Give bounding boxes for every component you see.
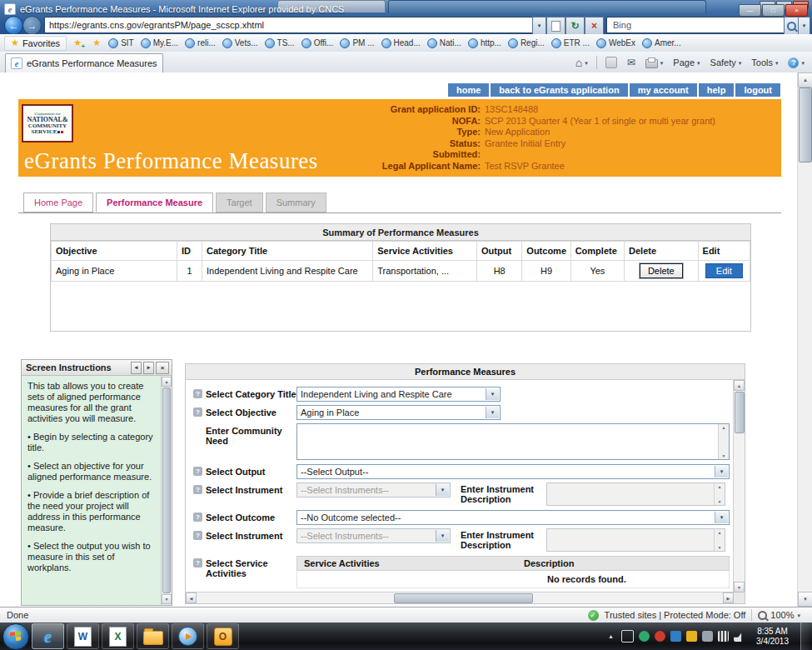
tray-icon[interactable] xyxy=(621,630,634,642)
help-question-icon[interactable]: ? xyxy=(193,389,202,398)
compatibility-view-button[interactable] xyxy=(546,17,565,35)
output-select[interactable]: --Select Output-- ▾ xyxy=(296,464,730,479)
instructions-close-button[interactable]: × xyxy=(156,362,169,374)
tools-menu-button[interactable]: Tools ▾ xyxy=(747,56,782,69)
favorite-link[interactable]: My.E... xyxy=(137,37,182,50)
scroll-up-icon[interactable]: ▲ xyxy=(798,72,812,88)
scrollbar-thumb[interactable] xyxy=(162,388,171,593)
help-button[interactable]: ? ▾ xyxy=(784,56,809,70)
refresh-button[interactable]: ↻ xyxy=(565,17,585,35)
help-question-icon[interactable]: ? xyxy=(193,558,202,568)
favorite-link[interactable]: WebEx xyxy=(593,37,639,50)
taskbar-word-button[interactable]: W xyxy=(67,623,99,649)
favorite-link[interactable]: ETR ... xyxy=(548,37,593,50)
favorite-link[interactable]: Nati... xyxy=(424,37,465,50)
browser-tab[interactable]: e eGrants Performance Measures xyxy=(5,53,163,72)
scroll-right-icon[interactable]: ▶ xyxy=(723,592,734,603)
scroll-up-icon[interactable]: ▲ xyxy=(722,425,726,430)
instructions-next-button[interactable]: ▸ xyxy=(143,362,154,374)
favorite-link[interactable]: Regi... xyxy=(505,37,548,50)
help-question-icon[interactable]: ? xyxy=(193,512,202,522)
tray-show-hidden-icon[interactable]: ▲ xyxy=(605,631,616,642)
help-question-icon[interactable]: ? xyxy=(193,485,202,494)
taskbar-explorer-button[interactable] xyxy=(137,623,169,649)
form-horizontal-scrollbar[interactable]: ◀ ▶ xyxy=(186,592,734,603)
favorite-link[interactable]: http... xyxy=(465,37,505,50)
minimize-button[interactable]: — xyxy=(739,4,761,17)
tray-volume-icon[interactable] xyxy=(734,631,745,642)
taskbar-clock[interactable]: 8:35 AM 3/4/2013 xyxy=(750,627,795,647)
outcome-select[interactable]: --No Outcome selected-- ▾ xyxy=(296,510,730,525)
page-vertical-scrollbar[interactable]: ▲ ▼ xyxy=(797,72,812,607)
page-menu-button[interactable]: Page ▾ xyxy=(669,56,704,69)
feeds-button[interactable] xyxy=(601,55,621,70)
scrollbar-thumb[interactable] xyxy=(394,593,533,603)
nav-back-to-egrants-button[interactable]: back to eGrants application xyxy=(491,83,627,97)
taskbar-media-button[interactable] xyxy=(172,623,204,649)
search-input[interactable]: Bing xyxy=(606,17,789,33)
favorite-link[interactable]: Offi... xyxy=(298,37,337,50)
address-dropdown-button[interactable]: ▾ xyxy=(532,17,546,35)
tray-network-icon[interactable] xyxy=(718,631,729,642)
edit-button[interactable]: Edit xyxy=(705,263,743,278)
help-question-icon[interactable]: ? xyxy=(193,408,202,417)
form-vertical-scrollbar[interactable]: ▲ ▼ xyxy=(733,380,745,592)
help-question-icon[interactable]: ? xyxy=(193,467,202,476)
tray-icon[interactable] xyxy=(686,631,697,642)
favorite-link[interactable]: SIT xyxy=(105,37,137,50)
favorite-link[interactable]: Amer... xyxy=(639,37,685,50)
add-favorite-button[interactable]: ★ + xyxy=(69,37,86,50)
close-button[interactable]: × xyxy=(785,4,808,17)
print-button[interactable]: ▾ xyxy=(641,55,668,70)
taskbar-ie-button[interactable]: e xyxy=(32,623,64,649)
nav-help-button[interactable]: help xyxy=(699,83,735,97)
help-question-icon[interactable]: ? xyxy=(193,531,202,540)
search-button[interactable] xyxy=(784,17,799,35)
tab-performance-measure[interactable]: Performance Measure xyxy=(96,192,213,212)
favorites-button[interactable]: ★ Favorites xyxy=(4,36,67,51)
maximize-button[interactable]: □ xyxy=(762,4,785,17)
objective-select[interactable]: Aging in Place ▾ xyxy=(296,405,501,420)
community-need-textarea[interactable]: ▲▼ xyxy=(296,423,730,460)
delete-button[interactable]: Delete xyxy=(640,263,683,278)
stop-button[interactable]: × xyxy=(585,17,604,35)
favorite-link[interactable]: PM ... xyxy=(336,37,377,50)
scroll-down-icon[interactable]: ▼ xyxy=(722,453,726,458)
favorite-link[interactable]: Head... xyxy=(378,37,424,50)
tray-icon[interactable] xyxy=(702,631,713,642)
favorite-link[interactable]: reli... xyxy=(182,37,219,50)
nav-my-account-button[interactable]: my account xyxy=(630,83,697,97)
address-input[interactable]: https://egrants.cns.gov/egrantsPM/page_s… xyxy=(44,17,541,33)
tray-icon[interactable] xyxy=(655,631,665,642)
scroll-up-icon[interactable]: ▲ xyxy=(162,377,172,387)
favorite-link[interactable]: TS... xyxy=(262,37,298,50)
read-mail-button[interactable]: ✉ xyxy=(623,56,640,69)
scroll-up-icon[interactable]: ▲ xyxy=(734,380,745,391)
scroll-down-icon[interactable]: ▼ xyxy=(798,592,812,607)
instructions-scrollbar[interactable]: ▲ ▼ xyxy=(161,376,172,605)
safety-menu-button[interactable]: Safety ▾ xyxy=(706,56,746,69)
forward-button[interactable]: → xyxy=(22,16,42,35)
scrollbar-thumb[interactable] xyxy=(735,392,745,433)
tray-icon[interactable] xyxy=(670,631,681,642)
scroll-down-icon[interactable]: ▼ xyxy=(734,582,745,592)
tray-icon[interactable] xyxy=(639,631,650,642)
zoom-control[interactable]: 100% ▾ xyxy=(758,610,805,620)
back-button[interactable]: ← xyxy=(4,16,23,35)
scroll-left-icon[interactable]: ◀ xyxy=(186,592,197,603)
category-select[interactable]: Independent Living and Respite Care ▾ xyxy=(296,387,501,402)
add-to-favorites-bar-button[interactable]: ★ xyxy=(88,37,105,50)
scrollbar-thumb[interactable] xyxy=(799,88,812,162)
taskbar-outlook-button[interactable]: O xyxy=(207,623,239,649)
home-button[interactable]: ⌂ ▾ xyxy=(571,55,592,70)
nav-home-button[interactable]: home xyxy=(448,83,489,97)
instructions-prev-button[interactable]: ◂ xyxy=(131,362,142,374)
search-dropdown-button[interactable]: ▾ xyxy=(798,17,810,35)
show-desktop-button[interactable] xyxy=(800,622,810,650)
textarea-scrollbar[interactable]: ▲▼ xyxy=(718,424,729,459)
scroll-down-icon[interactable]: ▼ xyxy=(162,594,172,604)
start-button[interactable] xyxy=(2,623,29,650)
favorite-link[interactable]: Vets... xyxy=(219,37,262,50)
taskbar-excel-button[interactable]: X xyxy=(102,623,134,649)
nav-logout-button[interactable]: logout xyxy=(735,83,780,97)
